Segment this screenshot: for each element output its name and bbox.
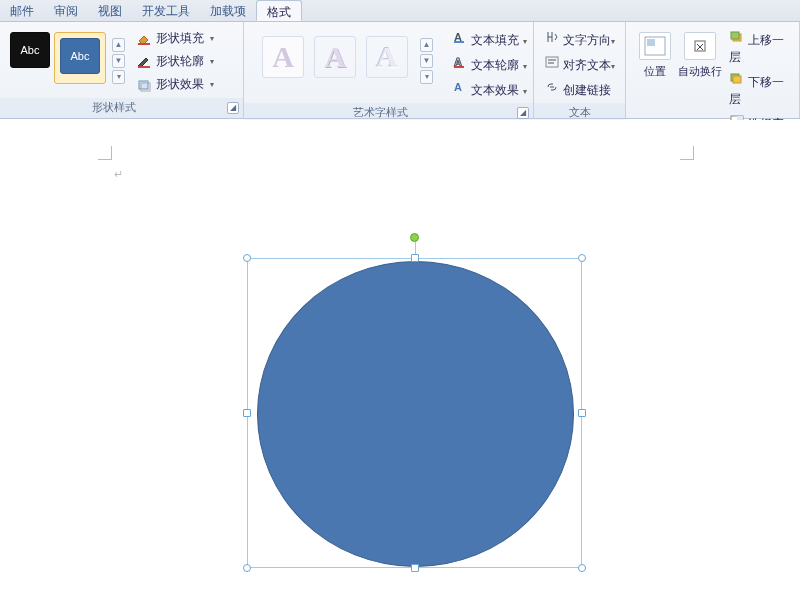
dialog-launcher-icon[interactable]: ◢	[517, 107, 529, 119]
paragraph-mark: ↵	[114, 168, 123, 181]
resize-handle-ml[interactable]	[243, 409, 251, 417]
align-text-label: 对齐文本	[563, 58, 611, 72]
shape-fill-label: 形状填充	[156, 30, 204, 47]
text-effects-icon: A	[452, 80, 468, 94]
shape-style-swatch-blue: Abc	[60, 38, 100, 74]
wrap-text-icon	[684, 32, 716, 60]
shape-outline-label: 形状轮廓	[156, 53, 204, 70]
dropdown-icon: ▾	[611, 62, 615, 71]
gallery-down-icon[interactable]: ▼	[420, 54, 433, 68]
dropdown-icon: ▾	[523, 62, 527, 71]
rotation-connector	[415, 242, 416, 254]
text-fill-label: 文本填充	[471, 33, 519, 47]
group-arrange: 位置 自动换行 上移一层 下移一层 选择窗格	[626, 22, 800, 118]
resize-handle-mr[interactable]	[578, 409, 586, 417]
paint-bucket-icon	[136, 32, 152, 46]
dropdown-icon: ▾	[611, 37, 615, 46]
shape-style-gallery[interactable]: Abc Abc ▲ ▼ ▾	[6, 26, 126, 84]
text-fill-button[interactable]: A 文本填充 ▾	[452, 30, 527, 49]
tab-developer[interactable]: 开发工具	[132, 0, 200, 21]
shape-fill-button[interactable]: 形状填充 ▾	[136, 30, 216, 47]
text-direction-button[interactable]: 文字方向▾	[544, 30, 615, 49]
margin-corner-icon	[98, 146, 112, 160]
group-text: 文字方向▾ 对齐文本▾ 创建链接 文本	[534, 22, 626, 118]
dropdown-icon: ▾	[208, 57, 216, 66]
svg-rect-13	[647, 39, 655, 46]
svg-rect-16	[731, 32, 739, 39]
text-fill-icon: A	[452, 30, 468, 44]
position-label: 位置	[644, 64, 666, 79]
wordart-style-1[interactable]: A	[262, 36, 304, 78]
svg-rect-0	[138, 43, 150, 45]
group-wordart-styles: A A A ▲ ▼ ▾ A 文本填充 ▾ A 文本轮廓 ▾	[244, 22, 534, 118]
align-text-button[interactable]: 对齐文本▾	[544, 55, 615, 74]
document-canvas[interactable]: ↵	[0, 120, 800, 600]
pen-icon	[136, 55, 152, 69]
svg-rect-7	[454, 66, 464, 68]
dropdown-icon: ▾	[523, 87, 527, 96]
resize-handle-tl[interactable]	[243, 254, 251, 262]
tab-mail[interactable]: 邮件	[0, 0, 44, 21]
send-backward-button[interactable]: 下移一层	[729, 72, 793, 108]
wordart-style-3[interactable]: A	[366, 36, 408, 78]
group-shape-styles-label: 形状样式	[92, 101, 136, 113]
wordart-gallery[interactable]: A A A ▲ ▼ ▾	[250, 26, 446, 84]
effects-icon	[136, 78, 152, 92]
svg-rect-2	[139, 81, 148, 89]
text-direction-label: 文字方向	[563, 33, 611, 47]
svg-rect-5	[454, 41, 464, 43]
send-backward-icon	[729, 72, 745, 86]
shape-outline-button[interactable]: 形状轮廓 ▾	[136, 53, 216, 70]
svg-text:A: A	[454, 81, 462, 93]
gallery-more-icon[interactable]: ▾	[112, 70, 125, 84]
wordart-style-2[interactable]: A	[314, 36, 356, 78]
gallery-up-icon[interactable]: ▲	[112, 38, 125, 52]
resize-handle-bm[interactable]	[411, 564, 419, 572]
resize-handle-tm[interactable]	[411, 254, 419, 262]
margin-corner-icon	[680, 146, 694, 160]
text-outline-label: 文本轮廓	[471, 58, 519, 72]
tab-view[interactable]: 视图	[88, 0, 132, 21]
svg-rect-1	[138, 66, 150, 68]
ribbon-tab-bar: 邮件 审阅 视图 开发工具 加载项 格式	[0, 0, 800, 22]
shape-effects-button[interactable]: 形状效果 ▾	[136, 76, 216, 93]
dropdown-icon: ▾	[208, 34, 216, 43]
ribbon: Abc Abc ▲ ▼ ▾ 形状填充 ▾	[0, 22, 800, 119]
bring-forward-icon	[729, 30, 745, 44]
gallery-more-icon[interactable]: ▾	[420, 70, 433, 84]
oval-shape[interactable]	[257, 261, 574, 567]
group-text-label: 文本	[569, 106, 591, 118]
align-text-icon	[544, 55, 560, 69]
bring-forward-button[interactable]: 上移一层	[729, 30, 793, 66]
tab-review[interactable]: 审阅	[44, 0, 88, 21]
dropdown-icon: ▾	[208, 80, 216, 89]
resize-handle-tr[interactable]	[578, 254, 586, 262]
text-outline-button[interactable]: A 文本轮廓 ▾	[452, 55, 527, 74]
dialog-launcher-icon[interactable]: ◢	[227, 102, 239, 114]
svg-rect-9	[546, 57, 558, 67]
gallery-down-icon[interactable]: ▼	[112, 54, 125, 68]
group-wordart-label: 艺术字样式	[353, 106, 408, 118]
dropdown-icon: ▾	[523, 37, 527, 46]
tab-format[interactable]: 格式	[256, 0, 302, 21]
gallery-up-icon[interactable]: ▲	[420, 38, 433, 52]
shape-effects-label: 形状效果	[156, 76, 204, 93]
rotation-handle[interactable]	[410, 233, 419, 242]
position-button[interactable]: 位置	[632, 26, 678, 79]
svg-rect-18	[733, 76, 741, 83]
text-effects-button[interactable]: A 文本效果 ▾	[452, 80, 527, 99]
shape-selection-box[interactable]	[247, 258, 582, 568]
shape-style-swatch-selected[interactable]: Abc	[54, 32, 106, 84]
wrap-text-button[interactable]: 自动换行	[678, 26, 724, 79]
tab-addins[interactable]: 加载项	[200, 0, 256, 21]
wrap-text-label: 自动换行	[678, 64, 722, 79]
create-link-button[interactable]: 创建链接	[544, 80, 615, 99]
shape-style-swatch-dark[interactable]: Abc	[10, 32, 50, 68]
create-link-label: 创建链接	[563, 83, 611, 97]
svg-rect-14	[695, 41, 705, 51]
text-direction-icon	[544, 30, 560, 44]
text-effects-label: 文本效果	[471, 83, 519, 97]
resize-handle-br[interactable]	[578, 564, 586, 572]
resize-handle-bl[interactable]	[243, 564, 251, 572]
link-icon	[544, 80, 560, 94]
